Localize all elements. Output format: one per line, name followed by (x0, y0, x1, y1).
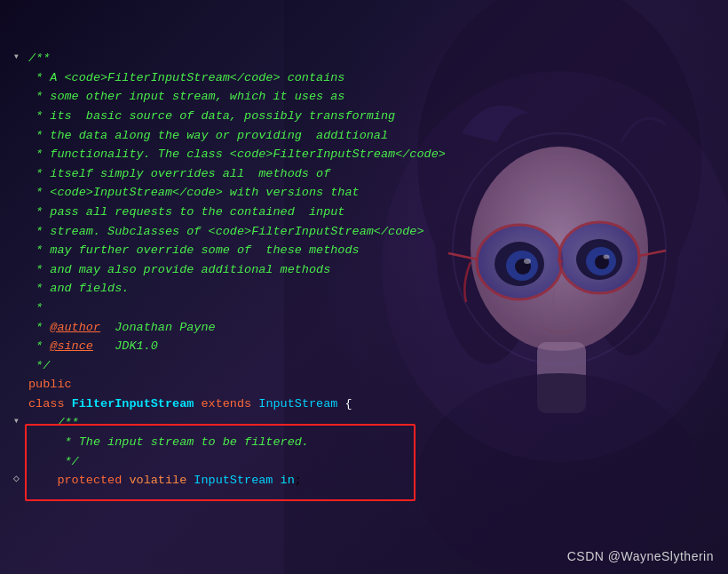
code-line: * and may also provide additional method… (0, 260, 728, 280)
code-segment: Jonathan Payne (100, 321, 216, 334)
line-content: * may further override some of these met… (25, 241, 728, 260)
code-segment: */ (28, 455, 79, 468)
code-segment: extends (201, 397, 251, 411)
code-line: ▾/** (0, 49, 728, 68)
code-line: * <code>InputStream</code> with versions… (0, 183, 728, 203)
line-content: * its basic source of data, possibly tra… (25, 107, 728, 126)
line-content: * functionality. The class <code>FilterI… (25, 145, 728, 164)
code-editor: ▾/** * A <code>FilterInputStream</code> … (0, 0, 728, 574)
code-segment: @author (50, 321, 100, 334)
code-segment: { (337, 397, 352, 411)
code-line: */ (0, 356, 728, 376)
code-segment: InputStream (194, 474, 273, 487)
code-segment: JDK1.0 (93, 339, 158, 353)
code-segment: * (28, 321, 50, 334)
line-content: * the data along the way or providing ad… (25, 126, 728, 146)
code-segment: * functionality. The class <code>FilterI… (28, 147, 446, 161)
code-segment: /** (28, 52, 50, 65)
code-segment: * may further override some of these met… (28, 243, 360, 257)
line-gutter: ▾ (0, 413, 25, 430)
line-gutter: ▾ (0, 49, 25, 66)
code-line: * pass all requests to the contained inp… (0, 203, 728, 222)
code-line: * (0, 299, 728, 318)
code-block: ▾/** * A <code>FilterInputStream</code> … (0, 11, 728, 490)
code-segment (273, 474, 280, 487)
code-segment: public (28, 378, 72, 391)
code-segment: * itself simply overrides all methods of (28, 167, 330, 180)
code-line: * itself simply overrides all methods of (0, 164, 728, 184)
code-segment: */ (28, 359, 50, 372)
code-line: class FilterInputStream extends InputStr… (0, 395, 728, 414)
code-line: * @since JDK1.0 (0, 337, 728, 356)
code-segment: * and fields. (28, 282, 129, 295)
fold-icon[interactable]: ▾ (13, 49, 20, 66)
line-content: protected volatile InputStream in; (25, 471, 728, 490)
code-segment: * <code>InputStream</code> with versions… (28, 186, 360, 199)
code-segment: volatile (129, 474, 186, 487)
code-segment: * stream. Subclasses of <code>FilterInpu… (28, 225, 424, 238)
fold-icon[interactable]: ▾ (13, 413, 20, 430)
code-segment: * the data along the way or providing ad… (28, 129, 388, 142)
code-line: * and fields. (0, 279, 728, 299)
code-line: * The input stream to be filtered. (0, 433, 728, 452)
code-segment: * A <code>FilterInputStream</code> conta… (28, 71, 344, 84)
code-segment: @since (50, 339, 93, 353)
code-segment: * pass all requests to the contained inp… (28, 205, 344, 219)
code-line: * some other input stream, which it uses… (0, 87, 728, 107)
line-content: */ (25, 452, 728, 472)
code-segment: * (28, 301, 43, 315)
line-content: * some other input stream, which it uses… (25, 87, 728, 107)
code-line: * the data along the way or providing ad… (0, 126, 728, 146)
line-content: */ (25, 356, 728, 376)
line-content: /** (25, 413, 728, 433)
line-content: * <code>InputStream</code> with versions… (25, 183, 728, 203)
code-line: * @author Jonathan Payne (0, 318, 728, 338)
line-content: * @since JDK1.0 (25, 337, 728, 356)
line-content: /** (25, 49, 728, 68)
line-content: public (25, 375, 728, 395)
code-line: public (0, 375, 728, 395)
line-gutter: ◇ (0, 471, 25, 488)
code-line: * A <code>FilterInputStream</code> conta… (0, 68, 728, 88)
line-content: * stream. Subclasses of <code>FilterInpu… (25, 222, 728, 242)
code-line: * may further override some of these met… (0, 241, 728, 260)
code-segment: in (281, 474, 295, 487)
fold-icon[interactable]: ◇ (13, 471, 20, 488)
code-line: * stream. Subclasses of <code>FilterInpu… (0, 222, 728, 242)
code-line: * functionality. The class <code>FilterI… (0, 145, 728, 164)
code-segment: * (28, 339, 50, 353)
watermark: CSDN @WayneSlytherin (567, 549, 714, 563)
code-segment: * some other input stream, which it uses… (28, 90, 344, 103)
line-content: * pass all requests to the contained inp… (25, 203, 728, 222)
line-content: * and may also provide additional method… (25, 260, 728, 280)
line-content: * itself simply overrides all methods of (25, 164, 728, 184)
line-content: * The input stream to be filtered. (25, 433, 728, 452)
code-line: * its basic source of data, possibly tra… (0, 107, 728, 126)
line-content: * A <code>FilterInputStream</code> conta… (25, 68, 728, 88)
code-segment: /** (28, 416, 79, 429)
line-content: * @author Jonathan Payne (25, 318, 728, 338)
line-content: * (25, 299, 728, 318)
code-line: ▾ /** (0, 413, 728, 433)
code-segment (65, 397, 72, 411)
line-content: class FilterInputStream extends InputStr… (25, 395, 728, 414)
code-segment: protected (28, 474, 122, 487)
code-segment: ; (295, 474, 302, 487)
code-line: ◇ protected volatile InputStream in; (0, 471, 728, 490)
code-line: */ (0, 452, 728, 472)
code-segment: InputStream (258, 397, 337, 411)
code-segment: FilterInputStream (72, 397, 194, 411)
code-segment: * The input stream to be filtered. (28, 435, 309, 449)
code-segment: * and may also provide additional method… (28, 263, 330, 276)
code-segment: class (28, 397, 65, 411)
line-content: * and fields. (25, 279, 728, 299)
code-segment: * its basic source of data, possibly tra… (28, 109, 395, 123)
